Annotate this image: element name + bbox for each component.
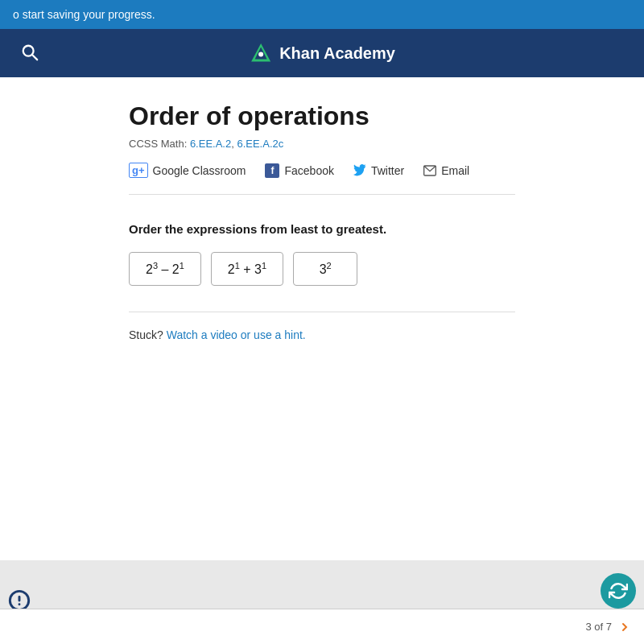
- ccss-standards: CCSS Math: 6.EE.A.2, 6.EE.A.2c: [129, 138, 515, 150]
- problem-section: Order the expressions from least to grea…: [129, 214, 515, 349]
- google-classroom-icon: g+: [129, 163, 148, 178]
- problem-instruction: Order the expressions from least to grea…: [129, 222, 515, 236]
- main-content: Order of operations CCSS Math: 6.EE.A.2,…: [0, 77, 644, 560]
- ccss-link-1[interactable]: 6.EE.A.2: [190, 138, 231, 150]
- search-button[interactable]: [16, 39, 43, 68]
- bottom-bar: 3 of 7: [0, 609, 644, 644]
- share-google-classroom[interactable]: g+ Google Classroom: [129, 163, 246, 178]
- page-title: Order of operations: [129, 101, 515, 131]
- stuck-line: Stuck? Watch a video or use a hint.: [129, 328, 515, 341]
- share-facebook-label: Facebook: [284, 164, 333, 177]
- email-icon: [423, 165, 436, 176]
- brand-logo: Khan Academy: [249, 41, 395, 65]
- stuck-prefix: Stuck?: [129, 328, 163, 341]
- share-twitter[interactable]: Twitter: [353, 164, 404, 177]
- expression-tiles: 23 – 21 21 + 31 32: [129, 252, 515, 286]
- ccss-link-2[interactable]: 6.EE.A.2c: [237, 138, 283, 150]
- progress-indicator: 3 of 7: [585, 621, 631, 634]
- expression-tile-3[interactable]: 32: [293, 252, 357, 286]
- navbar: Khan Academy: [0, 29, 644, 77]
- share-google-label: Google Classroom: [153, 164, 246, 177]
- share-email[interactable]: Email: [423, 164, 469, 177]
- notification-bar: o start saving your progress.: [0, 0, 644, 29]
- hint-link[interactable]: Watch a video or use a hint.: [167, 328, 306, 341]
- progress-text: 3 of 7: [585, 621, 612, 633]
- brand-name: Khan Academy: [279, 44, 395, 63]
- divider: [129, 312, 515, 312]
- refresh-icon: [609, 581, 628, 601]
- svg-line-1: [32, 55, 37, 60]
- svg-point-4: [258, 52, 263, 57]
- progress-arrow-icon: [618, 621, 631, 634]
- expression-tile-1[interactable]: 23 – 21: [129, 252, 201, 286]
- khan-academy-logo-icon: [249, 41, 273, 65]
- notification-text: o start saving your progress.: [13, 8, 155, 21]
- expression-tile-2[interactable]: 21 + 31: [211, 252, 283, 286]
- share-facebook[interactable]: f Facebook: [265, 163, 333, 178]
- share-twitter-label: Twitter: [371, 164, 404, 177]
- twitter-icon: [353, 164, 366, 177]
- facebook-icon: f: [265, 163, 279, 178]
- refresh-button[interactable]: [601, 573, 636, 609]
- share-bar: g+ Google Classroom f Facebook Twitter E…: [129, 163, 515, 195]
- share-email-label: Email: [441, 164, 469, 177]
- search-icon: [21, 43, 39, 61]
